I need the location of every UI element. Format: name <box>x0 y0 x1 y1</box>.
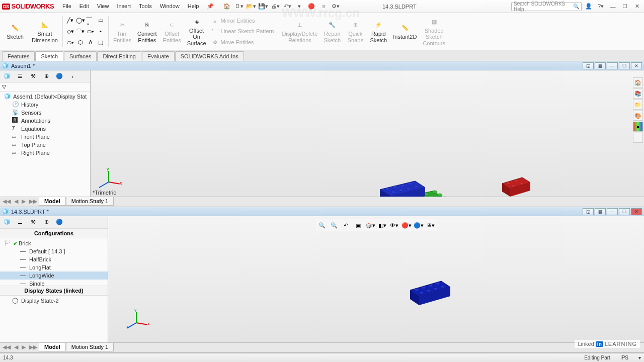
menu-window[interactable]: Window <box>156 2 183 11</box>
section-view-icon[interactable]: ▣ <box>353 220 364 230</box>
zoom-area-icon[interactable]: 🔍 <box>329 220 340 230</box>
tab-nav-last-icon[interactable]: ▶▶ <box>28 343 39 351</box>
new-icon[interactable]: 🗋▾ <box>233 2 245 12</box>
sketch-button[interactable]: ✏️ Sketch <box>2 14 28 49</box>
status-units[interactable]: IPS <box>620 355 628 360</box>
select-icon[interactable]: ▾ <box>294 2 305 12</box>
dimxpert-tab-icon[interactable]: ⊕ <box>40 217 52 227</box>
pane-maximize-icon[interactable]: ☐ <box>619 208 630 215</box>
menu-help[interactable]: Help <box>184 2 203 11</box>
property-tab-icon[interactable]: ☰ <box>14 217 26 227</box>
instant2d-button[interactable]: 📏 Instant2D <box>390 14 419 49</box>
appearances-icon[interactable]: ● <box>633 122 643 132</box>
model-tab[interactable]: Model <box>39 343 66 351</box>
tab-direct-editing[interactable]: Direct Editing <box>97 51 141 61</box>
status-expand-icon[interactable]: ▾ <box>638 355 641 360</box>
hide-show-icon[interactable]: 👁▾ <box>389 220 400 230</box>
config-root[interactable]: 🏳️✔Brick <box>0 239 108 247</box>
menu-pin-icon[interactable]: 📌 <box>203 2 217 11</box>
text-icon[interactable]: A <box>86 38 95 47</box>
prev-view-icon[interactable]: ↶ <box>341 220 352 230</box>
display-tab-icon[interactable]: 🔵 <box>53 217 65 227</box>
config-longwide[interactable]: —LongWide <box>0 272 108 280</box>
model-tab[interactable]: Model <box>39 197 66 206</box>
pane-minimize-icon[interactable]: — <box>607 62 618 69</box>
slot-icon[interactable]: ⬭▾ <box>66 38 75 47</box>
rapid-sketch-button[interactable]: ⚡ Rapid Sketch <box>367 14 389 49</box>
ellipse-icon[interactable]: ⬭▾ <box>86 27 95 36</box>
tab-nav-prev-icon[interactable]: ◀ <box>13 343 20 351</box>
config-longflat[interactable]: —LongFlat <box>0 263 108 272</box>
menu-tools[interactable]: Tools <box>135 2 155 11</box>
tab-surfaces[interactable]: Surfaces <box>64 51 97 61</box>
assembly-viewport[interactable]: x y *Trimetric <box>91 70 644 197</box>
polygon-icon[interactable]: ⬡ <box>76 38 85 47</box>
tab-nav-first-icon[interactable]: ◀◀ <box>1 197 12 206</box>
tab-nav-first-icon[interactable]: ◀◀ <box>1 343 12 351</box>
pane-close-icon[interactable]: ✕ <box>631 208 642 215</box>
appearance-icon[interactable]: 🔴▾ <box>401 220 412 230</box>
tab-nav-last-icon[interactable]: ▶▶ <box>28 197 39 206</box>
tree-right-plane[interactable]: ▱Right Plane <box>0 149 90 157</box>
tab-sketch[interactable]: Sketch <box>35 51 63 61</box>
tab-features[interactable]: Features <box>2 51 35 61</box>
circle-icon[interactable]: ◯▾ <box>76 16 85 25</box>
display-style-icon[interactable]: ◧▾ <box>377 220 388 230</box>
dimxpert-tab-icon[interactable]: ⊕ <box>40 71 52 81</box>
pane-maximize-icon[interactable]: ☐ <box>619 62 630 69</box>
tree-equations[interactable]: ΣEquations <box>0 125 90 133</box>
tree-top-plane[interactable]: ▱Top Plane <box>0 141 90 149</box>
config-halfbrick[interactable]: —HalfBrick <box>0 255 108 263</box>
pane-tile-icon[interactable]: ▦ <box>595 208 606 215</box>
tree-front-plane[interactable]: ▱Front Plane <box>0 133 90 141</box>
tree-sensors[interactable]: 📡Sensors <box>0 109 90 117</box>
tree-root[interactable]: 🧊Assem1 (Default<Display Stat <box>0 93 90 101</box>
point-icon[interactable]: • <box>96 27 105 36</box>
filter-icon[interactable]: ▽ <box>2 83 6 89</box>
feature-tree-tab-icon[interactable]: 🧊 <box>1 217 13 227</box>
expand-icon[interactable]: › <box>66 71 78 81</box>
smart-dimension-button[interactable]: 📐 Smart Dimension <box>29 14 60 49</box>
motion-study-tab[interactable]: Motion Study 1 <box>66 343 114 351</box>
pane-minimize-icon[interactable]: — <box>607 208 618 215</box>
tree-history[interactable]: 🕑History <box>0 101 90 109</box>
file-explorer-icon[interactable]: 📁 <box>633 100 643 110</box>
scene-icon[interactable]: 🔵▾ <box>413 220 424 230</box>
menu-edit[interactable]: Edit <box>76 2 93 11</box>
tab-nav-next-icon[interactable]: ▶ <box>20 197 27 206</box>
options-icon[interactable]: ≡ <box>318 2 329 12</box>
tab-nav-prev-icon[interactable]: ◀ <box>13 197 20 206</box>
tree-annotations[interactable]: 🅰Annotations <box>0 117 90 125</box>
save-icon[interactable]: 💾▾ <box>258 2 269 12</box>
settings-icon[interactable]: ⚙▾ <box>330 2 341 12</box>
menu-insert[interactable]: Insert <box>113 2 134 11</box>
resources-icon[interactable]: 🏠 <box>633 77 643 87</box>
line-icon[interactable]: ╱▾ <box>66 16 75 25</box>
display-state-item[interactable]: ◯Display State-2 <box>0 297 108 305</box>
menu-file[interactable]: File <box>59 2 75 11</box>
spline-icon[interactable]: 〰▾ <box>86 16 95 25</box>
view-orient-icon[interactable]: 🎲▾ <box>365 220 376 230</box>
view-palette-icon[interactable]: 🎨 <box>633 111 643 121</box>
zoom-fit-icon[interactable]: 🔍 <box>316 220 328 230</box>
menu-view[interactable]: View <box>94 2 113 11</box>
tab-nav-next-icon[interactable]: ▶ <box>20 343 27 351</box>
home-icon[interactable]: 🏠 <box>221 2 232 12</box>
config-tab-icon[interactable]: ⚒ <box>27 71 39 81</box>
undo-icon[interactable]: ↶▾ <box>282 2 293 12</box>
corner-rect-icon[interactable]: ◇▾ <box>66 27 75 36</box>
arc-icon[interactable]: ⌒▾ <box>76 27 85 36</box>
user-icon[interactable]: 👤 <box>584 3 594 11</box>
help-search[interactable]: Search SOLIDWORKS Help 🔍 <box>511 2 582 11</box>
rebuild-icon[interactable]: 🔴 <box>306 2 317 12</box>
close-icon[interactable]: ✕ <box>632 3 642 11</box>
offset-surface-button[interactable]: ◈ Offset On Surface <box>185 14 209 49</box>
minimize-icon[interactable]: — <box>608 3 618 11</box>
maximize-icon[interactable]: ☐ <box>620 3 630 11</box>
feature-tree-tab-icon[interactable]: 🧊 <box>1 71 13 81</box>
rectangle-icon[interactable]: ▭ <box>96 16 105 25</box>
motion-study-tab[interactable]: Motion Study 1 <box>66 197 114 206</box>
help-icon[interactable]: ?▾ <box>596 3 606 11</box>
convert-button[interactable]: ⎘ Convert Entities <box>135 14 159 49</box>
part-viewport[interactable]: 🔍 🔍 ↶ ▣ 🎲▾ ◧▾ 👁▾ 🔴▾ 🔵▾ 🖥▾ <box>108 216 644 342</box>
